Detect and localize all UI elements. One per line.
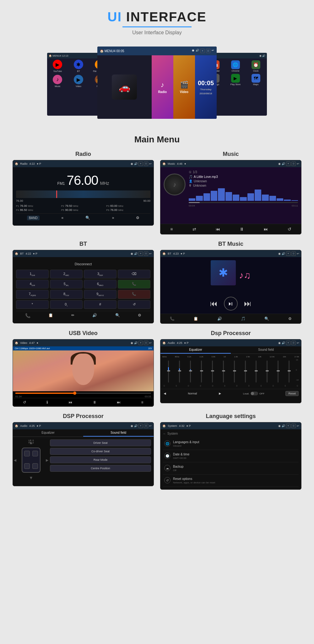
lang-item-backup[interactable]: ☁ Backup Off — [163, 462, 299, 475]
video-playlist-icon[interactable]: ≡ — [141, 400, 143, 405]
bt-play-pause-button[interactable]: ⏯ — [224, 297, 238, 311]
pause-icon[interactable]: ⏸ — [240, 227, 244, 232]
video-close-icon: ✕ — [138, 341, 143, 345]
car-down-arrow[interactable]: ▼ — [29, 475, 33, 480]
main-topbar-icons: ◉🔊 ✕ ⊡ ↩ — [192, 49, 214, 53]
playlist-icon[interactable]: ≡ — [170, 227, 173, 232]
bt-music-note-icon[interactable]: 🎵 — [241, 316, 246, 321]
key-1[interactable]: 1GHI — [16, 270, 49, 278]
bt-music-share-icon[interactable]: 🔊 — [217, 316, 222, 321]
key-6[interactable]: 6MNO — [84, 280, 116, 289]
music-progress-bar[interactable] — [189, 202, 298, 203]
prev-track-icon[interactable]: ⏮ — [216, 227, 220, 232]
eq-band-2-5k[interactable] — [241, 361, 250, 383]
eq-band-15k[interactable] — [273, 361, 283, 383]
bt-settings-icon[interactable]: ⚙ — [138, 313, 141, 318]
dsp-next-icon[interactable]: ► — [218, 391, 222, 396]
bt-contacts-icon[interactable]: 📋 — [48, 313, 53, 318]
bt-music-settings-icon[interactable]: ⚙ — [288, 316, 292, 321]
key-call[interactable]: 📞 — [118, 280, 150, 289]
lang-item-datetime[interactable]: 🕐 Date & time GMT+00:00 — [163, 450, 299, 462]
dsp-mode-label: Normal — [188, 392, 197, 395]
key-2[interactable]: 2ABC — [50, 270, 83, 278]
key-8[interactable]: 8TUV — [50, 290, 83, 299]
shuffle-icon[interactable]: ⇄ — [192, 227, 196, 232]
tab2-sound-field[interactable]: Sound field — [83, 429, 154, 437]
dsp-reset-button[interactable]: Reset — [285, 391, 299, 396]
video-pause-icon[interactable]: ⏸ — [93, 400, 96, 405]
key-3[interactable]: 3DEF — [84, 270, 116, 278]
menu-item-radio: Radio 🏠 Radio 4:22 ● P ◉ 🔊 ✕ ⊡ ↩ — [13, 151, 154, 234]
prev-seek-icon[interactable]: « — [61, 216, 63, 220]
lang-item-reset[interactable]: ↺ Reset options Network, apps, or device… — [163, 475, 299, 487]
centre-position-button[interactable]: Centre Position — [50, 465, 151, 472]
back-arrow-icon[interactable]: ← — [163, 432, 166, 435]
key-4[interactable]: 4GHI — [16, 280, 49, 289]
eq-band-80hz[interactable] — [175, 361, 184, 383]
eq-band-1-5k[interactable] — [230, 361, 239, 383]
eq-band-200hz[interactable] — [197, 361, 206, 383]
dsp-label: Dsp Processor — [211, 330, 251, 337]
eq-band-1k[interactable] — [219, 361, 228, 383]
bt-music-contacts-icon[interactable]: 📋 — [193, 316, 198, 321]
bt-phone-icon[interactable]: 📞 — [25, 313, 30, 318]
next-seek-icon[interactable]: » — [112, 216, 114, 220]
tile-video[interactable]: 🎬 Video — [173, 55, 195, 119]
preset-p3[interactable]: P3 83.00 MHz — [106, 204, 150, 207]
key-7[interactable]: 7PQRS — [16, 290, 49, 299]
key-star[interactable]: * — [16, 300, 49, 309]
key-backspace[interactable]: ⌫ — [118, 270, 150, 278]
eq-band-10k[interactable] — [252, 361, 261, 383]
bt-next-icon[interactable]: ⏭ — [244, 299, 252, 308]
lang-item-language[interactable]: 🌐 Languages & input Gboard — [163, 438, 299, 450]
repeat-icon[interactable]: ↺ — [288, 227, 291, 232]
key-9[interactable]: 9WXYZ — [84, 290, 116, 299]
band-button[interactable]: BAND — [27, 216, 40, 220]
eq-band-60hz[interactable] — [164, 361, 173, 383]
right-icon-clock: ⏰ Clock — [246, 60, 265, 72]
car-up-arrow[interactable]: ▲ — [29, 440, 33, 445]
key-hash[interactable]: # — [84, 300, 116, 309]
dsp-loud-toggle[interactable]: Loud. OFF — [243, 392, 264, 395]
bt-search-icon[interactable]: 🔍 — [115, 313, 120, 318]
key-refresh[interactable]: ↺ — [118, 300, 150, 309]
dsp-prev-icon[interactable]: ◄ — [163, 391, 167, 396]
driver-seat-button[interactable]: Driver Seat — [50, 439, 151, 446]
preset-p4[interactable]: P4 86.50 MHz — [16, 208, 60, 212]
bt-disconnect-label[interactable]: Disconnect — [16, 260, 150, 268]
next-track-icon[interactable]: ⏭ — [264, 227, 268, 232]
car-right-arrow[interactable]: ► — [45, 458, 49, 463]
tab-sound-field[interactable]: Sound field — [231, 346, 301, 354]
video-repeat-icon[interactable]: ↺ — [23, 400, 26, 405]
co-driver-seat-button[interactable]: Co-driver Seat — [50, 448, 151, 455]
video-info-icon[interactable]: ℹ — [46, 400, 48, 405]
eq-band-100hz[interactable] — [186, 361, 195, 383]
preset-p1[interactable]: P1 76.00 MHz — [16, 204, 60, 207]
preset-p2[interactable]: P2 79.50 MHz — [61, 204, 106, 207]
bt-music-phone-icon[interactable]: 📞 — [170, 316, 175, 321]
bt-sound-icon[interactable]: 🔊 — [92, 313, 97, 318]
radio-settings-icon[interactable]: ⚙ — [136, 216, 139, 220]
tab2-equalizer[interactable]: Equalizer — [13, 429, 83, 437]
bt-edit-icon[interactable]: ✏ — [71, 313, 74, 318]
bt-music-search-icon[interactable]: 🔍 — [264, 316, 269, 321]
key-0[interactable]: 0+ — [50, 300, 83, 309]
rear-mode-button[interactable]: Rear Mode — [50, 456, 151, 463]
toggle-switch[interactable] — [251, 392, 258, 395]
tab-equalizer[interactable]: Equalizer — [160, 346, 231, 354]
eq-band-17-5k[interactable] — [284, 361, 294, 383]
preset-p5[interactable]: P5 90.00 MHz — [61, 208, 106, 212]
video-next-icon[interactable]: ⏭ — [117, 400, 121, 405]
eq-band-500hz[interactable] — [208, 361, 217, 383]
search-icon[interactable]: 🔍 — [85, 216, 90, 220]
eq-band-12-5k[interactable] — [262, 361, 272, 383]
car-left-arrow[interactable]: ◄ — [13, 458, 17, 463]
bt-prev-icon[interactable]: ⏮ — [210, 299, 218, 308]
tile-music[interactable]: ♪ Radio — [152, 55, 173, 119]
dsp2-window-icon: ⊡ — [144, 424, 148, 428]
video-progress-bar[interactable] — [15, 393, 151, 394]
key-end[interactable]: 📞 — [118, 290, 150, 299]
preset-p6[interactable]: P6 76.00 MHz — [106, 208, 150, 212]
video-prev-icon[interactable]: ⏮ — [68, 400, 72, 405]
key-5[interactable]: 5JKL — [50, 280, 83, 289]
